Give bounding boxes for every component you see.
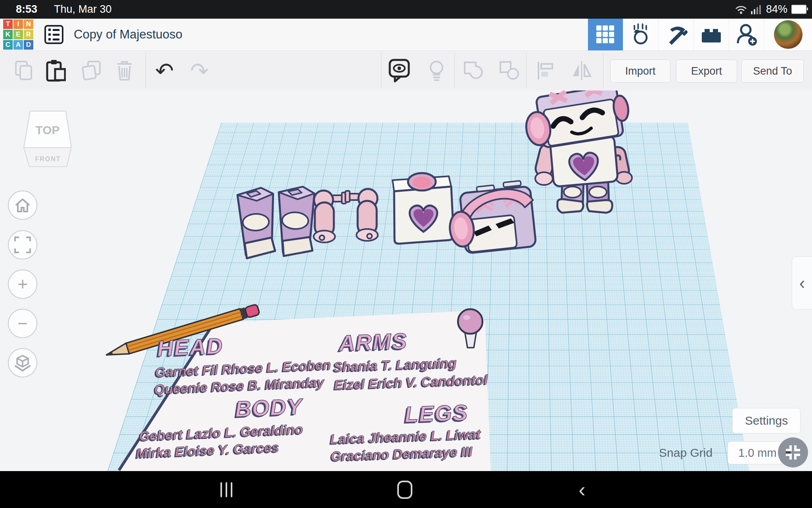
- home-square-icon: [397, 481, 412, 499]
- view-cube[interactable]: TOP FRONT: [19, 106, 79, 174]
- align-button[interactable]: [531, 51, 559, 90]
- chevron-left-icon: ‹: [799, 273, 805, 293]
- toggle-notes-button[interactable]: [385, 51, 413, 90]
- home-button[interactable]: [391, 471, 419, 508]
- paste-button[interactable]: [43, 51, 68, 90]
- plate-text-body: BODY Gebert Lazlo L. Geraldino Mirka Elo…: [138, 393, 304, 457]
- plate-name: Shania T. Languing: [333, 354, 487, 375]
- viewcube-front-label[interactable]: FRONT: [35, 156, 61, 162]
- wifi-icon: [735, 5, 747, 14]
- logo-tile: K: [3, 30, 13, 39]
- back-chevron-icon: ‹: [578, 478, 585, 502]
- android-status-bar: 8:53 Thu, Mar 30 84%: [0, 0, 812, 19]
- copy-icon: [14, 60, 33, 81]
- plate-text-arms: ARMS Shania T. Languing Eizel Erich V. C…: [332, 325, 488, 387]
- design-properties-button[interactable]: [44, 25, 63, 44]
- brick-export-button[interactable]: [693, 19, 729, 50]
- shapes-panel-handle[interactable]: ‹: [792, 256, 812, 310]
- fit-view-icon: [14, 237, 31, 253]
- comment-eye-icon: [389, 59, 410, 83]
- ungroup-button[interactable]: [496, 51, 523, 90]
- edit-toolbar: ↶ ↷: [0, 51, 812, 91]
- paste-icon: [45, 59, 66, 82]
- logo-tile: D: [24, 40, 33, 50]
- tinkercad-logo[interactable]: T I N K E R C A D: [3, 19, 34, 50]
- plate-heading: ARMS: [339, 325, 493, 356]
- clock: 8:53: [16, 3, 37, 15]
- mirror-icon: [571, 61, 592, 80]
- plate-text-head: HEAD Garnet Fil Rhose L. Ecoben Queenie …: [157, 328, 335, 392]
- home-view-button[interactable]: [8, 190, 37, 220]
- grid-3x3-icon: [596, 25, 615, 44]
- signal-icon: [751, 5, 762, 14]
- plate-text-legs: LEGS Laica Jheannie L. Liwat Graciano De…: [329, 399, 482, 461]
- settings-button[interactable]: Settings: [732, 408, 801, 433]
- edit-grid-button[interactable]: [778, 437, 808, 468]
- duplicate-button[interactable]: [79, 51, 104, 90]
- delete-button[interactable]: [112, 51, 137, 90]
- undo-icon: ↶: [155, 58, 174, 84]
- sim-lab-button[interactable]: [623, 19, 658, 50]
- battery-icon: [791, 5, 806, 14]
- redo-icon: ↷: [190, 58, 209, 84]
- app-header: T I N K E R C A D Copy of Majestuoso: [0, 19, 812, 51]
- date: Thu, Mar 30: [54, 3, 112, 15]
- design-title[interactable]: Copy of Majestuoso: [74, 19, 182, 50]
- redo-button[interactable]: ↷: [186, 51, 213, 90]
- home-icon: [14, 197, 31, 214]
- ungroup-icon: [499, 61, 520, 81]
- view-3d-button[interactable]: [588, 19, 623, 50]
- leg-part-object[interactable]: [237, 187, 275, 258]
- back-button[interactable]: ‹: [568, 471, 596, 508]
- group-icon: [463, 61, 483, 81]
- tinkercad-app: { "status_bar": { "time": "8:53", "date"…: [0, 0, 812, 508]
- snap-grid-label: Snap Grid: [659, 446, 712, 460]
- lego-brick-icon: [700, 26, 722, 43]
- invite-button[interactable]: [729, 19, 764, 50]
- body-part-object[interactable]: [393, 173, 458, 244]
- logo-tile: A: [13, 40, 23, 50]
- zoom-in-button[interactable]: +: [8, 269, 37, 299]
- export-button[interactable]: Export: [676, 60, 737, 83]
- arm-part-object[interactable]: [314, 190, 346, 242]
- arm-part-object[interactable]: [345, 189, 378, 241]
- minus-icon: −: [17, 315, 28, 332]
- send-to-button[interactable]: Send To: [741, 60, 804, 83]
- duplicate-icon: [81, 60, 102, 81]
- logo-tile: C: [3, 40, 13, 50]
- align-icon: [536, 61, 554, 80]
- perspective-cube-icon: [14, 354, 31, 371]
- lightbulb-icon: [429, 60, 444, 82]
- assembled-robot-object[interactable]: [521, 90, 632, 213]
- logo-tile: N: [24, 19, 33, 29]
- plate-heading: LEGS: [404, 396, 556, 427]
- group-button[interactable]: [459, 51, 487, 90]
- head-part-object[interactable]: [446, 180, 538, 255]
- battery-percent: 84%: [766, 3, 787, 15]
- show-hidden-button[interactable]: [423, 51, 450, 90]
- trash-icon: [115, 60, 134, 81]
- account-menu[interactable]: [764, 19, 812, 50]
- grid-arrows-icon: [785, 444, 801, 460]
- undo-button[interactable]: ↶: [151, 51, 178, 90]
- viewcube-top-label[interactable]: TOP: [35, 123, 59, 137]
- import-button[interactable]: Import: [610, 60, 670, 83]
- logo-tile: I: [13, 19, 23, 29]
- logo-tile: E: [13, 30, 23, 39]
- logo-tile: T: [3, 19, 13, 29]
- leg-part-object[interactable]: [277, 186, 315, 257]
- 3d-viewport[interactable]: TOP FRONT + − HEAD Garnet Fil Rhose L. E…: [0, 90, 812, 471]
- fit-view-button[interactable]: [8, 230, 37, 260]
- logo-tile: R: [24, 30, 33, 39]
- plus-icon: +: [17, 275, 28, 293]
- zoom-out-button[interactable]: −: [8, 309, 37, 338]
- add-person-icon: [735, 23, 758, 46]
- recents-button[interactable]: [212, 471, 241, 508]
- user-avatar[interactable]: [774, 20, 802, 49]
- falling-apple-icon: [630, 23, 652, 46]
- copy-button[interactable]: [11, 51, 36, 90]
- minecraft-export-button[interactable]: [658, 19, 693, 50]
- perspective-toggle-button[interactable]: [8, 348, 37, 377]
- mirror-button[interactable]: [568, 51, 596, 90]
- pickaxe-icon: [665, 23, 688, 46]
